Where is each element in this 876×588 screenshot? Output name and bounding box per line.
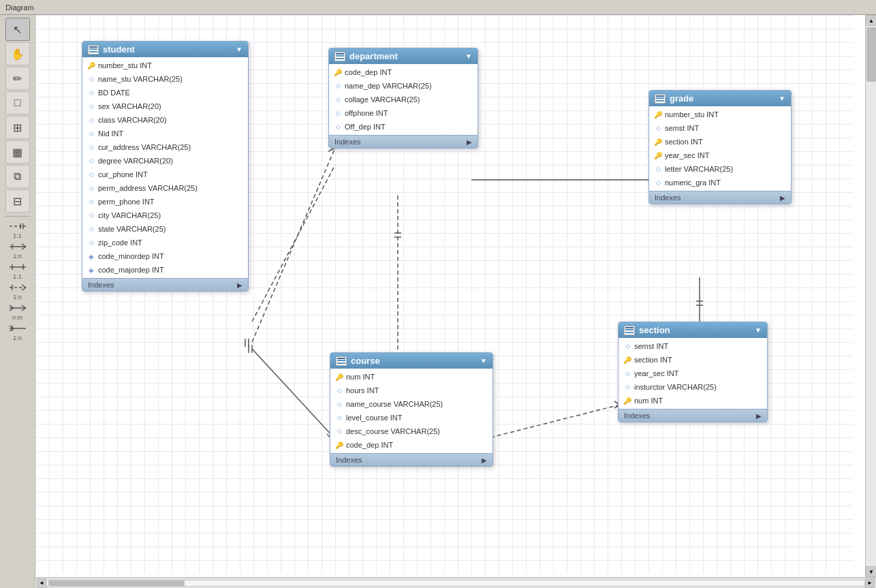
- grid-icon: ▦: [12, 146, 22, 159]
- department-table-header[interactable]: department ▼: [329, 48, 478, 64]
- table-row: ◇ year_sec INT: [619, 367, 767, 380]
- hand-tool-button[interactable]: ✋: [5, 42, 30, 65]
- scroll-down-button[interactable]: ▼: [866, 566, 876, 577]
- grid-tool-button[interactable]: ▦: [5, 140, 30, 164]
- table-row: ◇ level_course INT: [330, 411, 492, 424]
- scroll-thumb-vertical[interactable]: [866, 27, 876, 82]
- course-dropdown-icon[interactable]: ▼: [480, 357, 487, 365]
- diamond-icon: ◇: [88, 171, 95, 178]
- diamond-icon: ◇: [88, 185, 95, 191]
- rect-tool-button[interactable]: □: [5, 91, 30, 114]
- grade-dropdown-icon[interactable]: ▼: [779, 95, 785, 102]
- section-dropdown-icon[interactable]: ▼: [755, 326, 762, 334]
- table-row: ◇ perm_phone INT: [82, 195, 248, 208]
- dept-dropdown-icon[interactable]: ▼: [465, 52, 472, 60]
- field-label: zip_code INT: [98, 238, 142, 247]
- rel-one-one-item[interactable]: 1:1: [7, 220, 29, 239]
- student-table-footer[interactable]: Indexes ▶: [82, 278, 248, 291]
- rel-one-many-item[interactable]: 1:n: [7, 241, 29, 260]
- course-table: course ▼ 🔑 num INT ◇: [330, 352, 493, 467]
- grade-table-title: grade: [670, 93, 693, 104]
- department-table-footer[interactable]: Indexes ▶: [329, 135, 478, 148]
- grade-footer-arrow: ▶: [780, 194, 785, 202]
- copy-tool-button[interactable]: ⧉: [5, 165, 30, 188]
- field-label: semst INT: [634, 342, 668, 350]
- table-row: 🔑 number_stu INT: [649, 108, 791, 121]
- cursor-icon: ↖: [13, 23, 22, 36]
- table-row: 🔑 num INT: [619, 394, 767, 407]
- primary-key-icon: 🔑: [655, 138, 661, 145]
- field-label: section INT: [634, 356, 672, 364]
- student-table-header[interactable]: student ▼: [82, 42, 248, 57]
- diagram-wrapper: student ▼ 🔑 number_stu INT ◇: [35, 15, 876, 588]
- field-label: class VARCHAR(20): [98, 116, 167, 124]
- rel-one-many-2-item[interactable]: 1:n: [7, 281, 29, 300]
- section-table-header[interactable]: section ▼: [619, 322, 767, 338]
- diamond-icon: ◇: [88, 239, 95, 246]
- scroll-left-button[interactable]: ◄: [37, 578, 46, 588]
- fk-icon: ◈: [88, 266, 95, 273]
- grade-table-footer[interactable]: Indexes ▶: [649, 191, 791, 204]
- grade-table-header[interactable]: grade ▼: [649, 91, 791, 106]
- primary-key-icon: 🔑: [655, 152, 661, 159]
- diamond-icon: ◇: [624, 370, 631, 377]
- main-area: ↖ ✋ ✏ □ ⊞ ▦ ⧉ ⊟: [0, 15, 876, 588]
- field-label: offphone INT: [345, 109, 388, 117]
- section-table-footer[interactable]: Indexes ▶: [619, 409, 767, 422]
- diamond-icon: ◇: [336, 387, 343, 394]
- table-row: ◇ BD DATE: [82, 86, 248, 99]
- scroll-track-vertical[interactable]: [866, 26, 876, 566]
- field-label: Off_dep INT: [345, 123, 386, 131]
- cursor-tool-button[interactable]: ↖: [5, 18, 30, 41]
- section-table-title: section: [639, 325, 670, 335]
- field-label: perm_address VARCHAR(25): [98, 184, 198, 192]
- section-footer-arrow: ▶: [756, 412, 762, 420]
- horizontal-scrollbar[interactable]: ◄ ►: [35, 577, 876, 588]
- eraser-tool-button[interactable]: ✏: [5, 67, 30, 90]
- rel-one-one-2-icon: [7, 261, 29, 273]
- layers-tool-button[interactable]: ⊟: [5, 189, 30, 213]
- rel-one-many-label: 1:n: [13, 253, 22, 260]
- table-row: ◇ name_dep VARCHAR(25): [329, 79, 478, 93]
- rel-one-many-3-item[interactable]: 1:n: [7, 322, 29, 341]
- diamond-icon: ◇: [655, 125, 661, 131]
- course-table-header[interactable]: course ▼: [330, 353, 492, 369]
- field-label: Nid INT: [98, 129, 123, 138]
- field-label: sex VARCHAR(20): [98, 102, 161, 110]
- diamond-icon: ◇: [88, 103, 95, 110]
- course-header-left: course: [336, 356, 380, 366]
- dept-table-icon: [334, 52, 345, 61]
- rel-one-many-2-icon: [7, 281, 29, 294]
- scroll-right-button[interactable]: ►: [865, 578, 875, 588]
- table-row: ◇ name_stu VARCHAR(25): [82, 72, 248, 86]
- field-label: perm_phone INT: [98, 198, 155, 206]
- student-dropdown-icon[interactable]: ▼: [236, 46, 243, 53]
- rel-one-one-2-item[interactable]: 1:1: [7, 261, 29, 280]
- primary-key-icon: 🔑: [336, 373, 343, 380]
- student-header-left: student: [88, 44, 135, 55]
- title-bar: Diagram: [0, 0, 876, 15]
- diagram-area[interactable]: student ▼ 🔑 number_stu INT ◇: [35, 15, 865, 577]
- table-tool-button[interactable]: ⊞: [5, 116, 30, 139]
- vertical-scrollbar[interactable]: ▲ ▼: [865, 15, 876, 577]
- rel-one-many-icon: [7, 241, 29, 253]
- scroll-track-horizontal[interactable]: [46, 580, 865, 587]
- rel-many-many-icon: [7, 302, 29, 314]
- diamond-icon: ◇: [336, 401, 343, 407]
- rel-course-section: [490, 405, 620, 437]
- scroll-up-button[interactable]: ▲: [866, 15, 876, 26]
- student-indexes-label: Indexes: [88, 281, 114, 289]
- table-row: 🔑 code_dep INT: [329, 65, 478, 79]
- grade-table-body: 🔑 number_stu INT ◇ semst INT 🔑 section I: [649, 106, 791, 191]
- table-row: ◇ city VARCHAR(25): [82, 208, 248, 222]
- course-table-footer[interactable]: Indexes ▶: [330, 453, 492, 466]
- department-table-body: 🔑 code_dep INT ◇ name_dep VARCHAR(25) ◇ …: [329, 64, 478, 135]
- field-label: name_course VARCHAR(25): [346, 400, 443, 408]
- section-table-icon: [624, 326, 635, 335]
- fk-icon: ◈: [88, 253, 95, 260]
- rel-one-one-label: 1:1: [13, 233, 22, 239]
- rel-many-many-item[interactable]: n:m: [7, 302, 29, 321]
- scroll-thumb-horizontal[interactable]: [48, 581, 185, 586]
- table-row: 🔑 code_dep INT: [330, 438, 492, 452]
- diamond-icon: ◇: [88, 117, 95, 123]
